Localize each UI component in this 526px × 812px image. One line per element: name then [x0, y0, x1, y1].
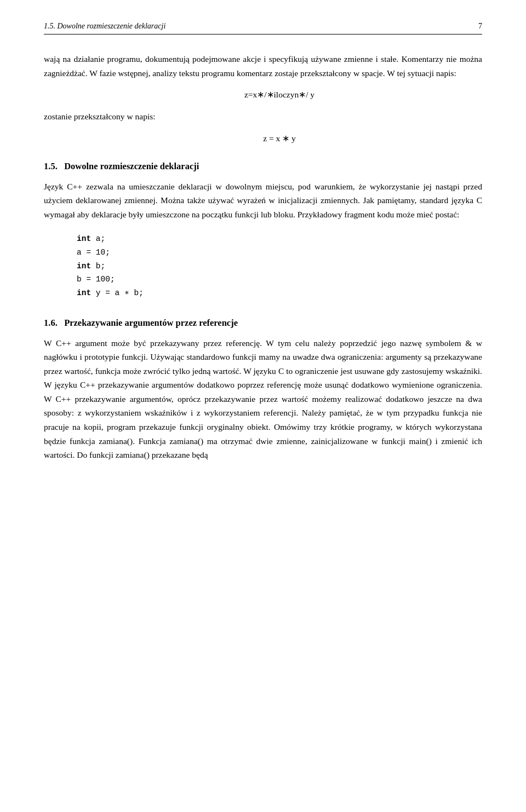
section-1-6-title: 1.6. Przekazywanie argumentów przez refe…	[44, 318, 482, 329]
section-1-6-heading: Przekazywanie argumentów przez referencj…	[64, 318, 238, 328]
keyword-int-2: int	[77, 262, 91, 270]
section-1-5-paragraph-1: Język C++ zezwala na umieszczanie deklar…	[44, 180, 482, 222]
intro-paragraph-1: wają na działanie programu, dokumentują …	[44, 52, 482, 80]
intro-paragraph-2: zostanie przekształcony w napis:	[44, 110, 482, 124]
page: 1.5. Dowolne rozmieszczenie deklaracji 7…	[0, 0, 526, 812]
code-line-5: int y = a ∗ b;	[77, 286, 482, 300]
section-1-5-title: 1.5. Dowolne rozmieszczenie deklaracji	[44, 161, 482, 172]
math-comment-text: z=x∗/∗iloczyn∗/ y	[244, 90, 315, 99]
section-1-5-heading: Dowolne rozmieszczenie deklaracji	[64, 161, 199, 171]
code-line-2: a = 10;	[77, 246, 482, 260]
code-line-3: int b;	[77, 260, 482, 273]
keyword-int-3: int	[77, 289, 91, 297]
math-result-text: z = x ∗ y	[263, 134, 296, 143]
page-header: 1.5. Dowolne rozmieszczenie deklaracji 7	[44, 22, 482, 34]
header-page-number: 7	[478, 22, 482, 31]
code-block: int a; a = 10; int b; b = 100; int y = a…	[77, 232, 482, 300]
math-result-display: z = x ∗ y	[77, 134, 482, 143]
math-comment-display: z=x∗/∗iloczyn∗/ y	[77, 90, 482, 100]
section-1-6-number: 1.6.	[44, 318, 58, 328]
header-chapter-title: 1.5. Dowolne rozmieszczenie deklaracji	[44, 22, 165, 31]
section-1-5-number: 1.5.	[44, 161, 58, 171]
section-1-5: 1.5. Dowolne rozmieszczenie deklaracji J…	[44, 161, 482, 300]
section-1-6: 1.6. Przekazywanie argumentów przez refe…	[44, 318, 482, 462]
code-line-1: int a;	[77, 232, 482, 246]
section-1-6-paragraph-1: W C++ argument może być przekazywany prz…	[44, 336, 482, 462]
code-line-4: b = 100;	[77, 273, 482, 286]
keyword-int-1: int	[77, 234, 91, 243]
